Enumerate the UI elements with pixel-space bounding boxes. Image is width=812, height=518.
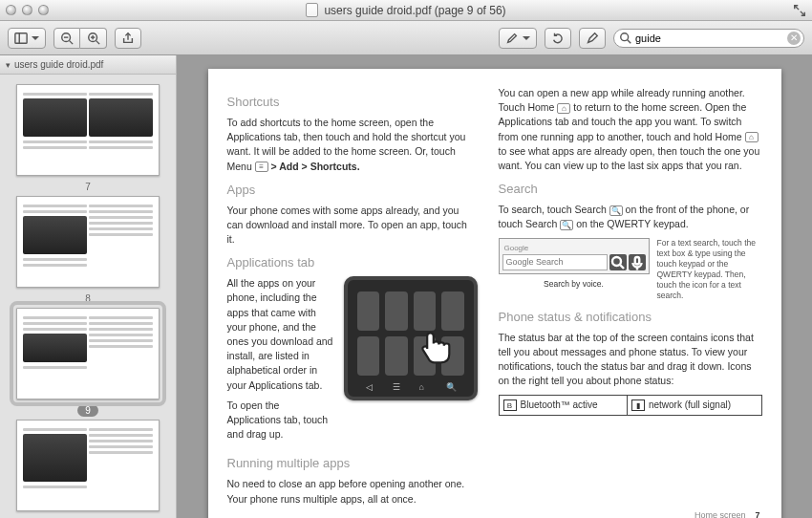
google-search-field: Google Search — [502, 254, 608, 270]
share-icon — [121, 32, 135, 45]
thumbnail-page-9[interactable]: 9 — [0, 308, 176, 416]
search-illustration: Google Google Search Search by voice. Fo… — [499, 238, 762, 301]
paragraph: No need to close an app before opening a… — [227, 477, 478, 506]
svg-line-10 — [628, 39, 631, 43]
pdf-page-9: Shortcuts To add shortcuts to the home s… — [208, 69, 781, 518]
main-area: users guide droid.pdf 7 8 9 — [0, 55, 812, 518]
heading-multiple-apps: Running multiple apps — [227, 455, 478, 473]
view-mode-button[interactable] — [8, 28, 46, 49]
fullscreen-icon[interactable] — [793, 4, 806, 17]
heading-search: Search — [499, 181, 762, 199]
svg-line-3 — [70, 40, 74, 44]
svg-rect-0 — [15, 32, 27, 43]
zoom-window-button[interactable] — [38, 5, 49, 15]
magnify-icon: 🔍 — [560, 220, 573, 230]
magnify-icon: 🔍 — [609, 205, 623, 216]
google-logo: Google — [502, 242, 646, 255]
pencil-icon — [586, 32, 599, 45]
rotate-icon — [551, 32, 565, 45]
window-controls — [6, 5, 49, 15]
highlighter-icon — [505, 32, 519, 45]
markup-button[interactable] — [579, 28, 606, 49]
sidebar-doc-header[interactable]: users guide droid.pdf — [0, 55, 176, 75]
window-title: users guide droid.pdf (page 9 of 56) — [0, 3, 812, 17]
thumb-number: 7 — [85, 182, 91, 192]
search-input[interactable] — [613, 29, 804, 48]
zoom-out-button[interactable] — [53, 28, 80, 49]
zoom-in-button[interactable] — [80, 28, 107, 49]
status-table: BBluetooth™ active ▮network (full signal… — [499, 395, 762, 417]
sidebar-doc-name: users guide droid.pdf — [14, 59, 103, 70]
thumbnail-page-8[interactable]: 8 — [0, 196, 176, 304]
heading-apps: Apps — [227, 182, 478, 200]
voice-search-icon — [629, 254, 646, 270]
document-icon — [306, 3, 318, 17]
home-icon: ⌂ — [557, 103, 570, 114]
hand-pointer-icon — [415, 328, 457, 370]
highlight-button[interactable] — [499, 28, 537, 49]
thumbnail-page-7[interactable]: 7 — [0, 84, 176, 192]
zoom-segment — [53, 28, 107, 49]
close-window-button[interactable] — [6, 5, 16, 15]
home-icon: ⌂ — [745, 132, 759, 142]
heading-status: Phone status & notifications — [499, 309, 762, 327]
zoom-out-icon — [60, 32, 74, 45]
heading-applications-tab: Applications tab — [227, 254, 478, 272]
table-row: BBluetooth™ active ▮network (full signal… — [499, 395, 761, 416]
search-note: For a text search, touch the text box & … — [657, 238, 762, 301]
toolbar-search: ✕ — [613, 29, 804, 48]
svg-line-12 — [620, 265, 624, 269]
window-titlebar: users guide droid.pdf (page 9 of 56) — [0, 0, 812, 21]
svg-line-6 — [96, 40, 99, 44]
heading-shortcuts: Shortcuts — [227, 94, 478, 112]
paragraph: To open the Applications tab, touch and … — [227, 399, 334, 442]
svg-point-9 — [621, 32, 629, 40]
svg-rect-13 — [634, 257, 639, 265]
search-go-icon — [609, 254, 627, 270]
paragraph: The status bar at the top of the screen … — [499, 331, 762, 389]
thumb-number: 9 — [77, 404, 98, 417]
bluetooth-icon: B — [503, 399, 517, 411]
thumbnail-list[interactable]: 7 8 9 — [0, 75, 176, 518]
rotate-button[interactable] — [545, 28, 571, 49]
window-title-text: users guide droid.pdf (page 9 of 56) — [324, 4, 505, 17]
document-viewport[interactable]: Shortcuts To add shortcuts to the home s… — [177, 55, 812, 518]
paragraph: To add shortcuts to the home screen, ope… — [227, 116, 478, 174]
paragraph: To search, touch Search 🔍 on the front o… — [499, 203, 762, 231]
voice-caption: Search by voice. — [499, 278, 650, 290]
paragraph: All the apps on your phone, including th… — [227, 276, 334, 393]
phone-illustration: ◁☰⌂🔍 — [344, 276, 478, 400]
thumbnail-page-10[interactable] — [0, 420, 176, 511]
search-icon — [619, 32, 632, 45]
svg-point-11 — [612, 257, 621, 266]
left-column: Shortcuts To add shortcuts to the home s… — [227, 86, 478, 512]
minimize-window-button[interactable] — [22, 5, 32, 15]
thumbnails-sidebar: users guide droid.pdf 7 8 9 — [0, 55, 177, 518]
page-footer: Home screen7 — [694, 510, 760, 518]
toolbar: ✕ — [0, 21, 812, 55]
thumb-number: 8 — [85, 293, 91, 304]
menu-icon: ≡ — [255, 162, 268, 172]
share-button[interactable] — [115, 28, 141, 49]
clear-search-button[interactable]: ✕ — [787, 32, 801, 45]
signal-icon: ▮ — [631, 399, 645, 411]
sidebar-layout-icon — [14, 32, 28, 45]
right-column: You can open a new app while already run… — [499, 86, 762, 512]
paragraph: You can open a new app while already run… — [499, 86, 762, 173]
paragraph: Your phone comes with some apps already,… — [227, 204, 478, 248]
zoom-in-icon — [87, 32, 100, 45]
